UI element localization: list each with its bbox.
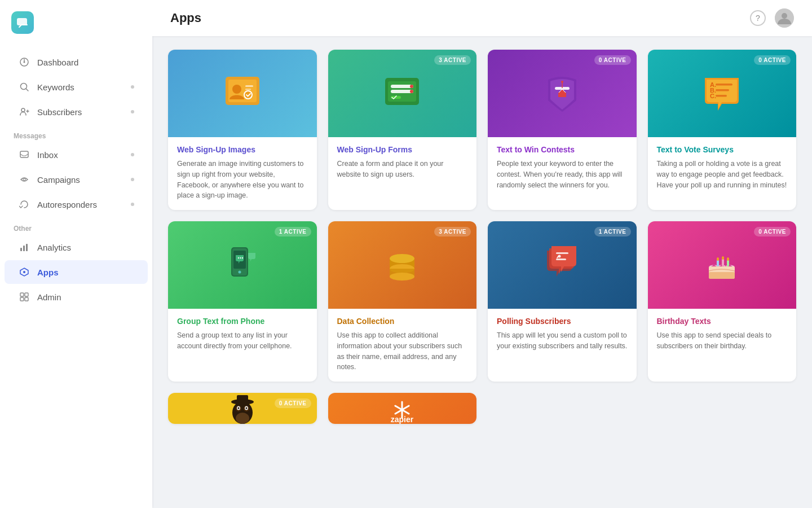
app-card-body: Text to Vote Surveys Taking a poll or ho… (648, 137, 797, 199)
logo-icon (11, 11, 34, 34)
keywords-dot (131, 85, 134, 89)
header: Apps ? (152, 0, 812, 36)
svg-point-32 (561, 81, 563, 83)
svg-point-61 (717, 257, 719, 261)
other-section-label: Other (0, 217, 152, 235)
app-card-title: Polling Subscribers (497, 317, 628, 326)
sidebar-item-inbox[interactable]: Inbox (5, 143, 148, 167)
svg-text:zapier: zapier (391, 415, 414, 424)
svg-rect-54 (556, 259, 566, 260)
svg-rect-38 (716, 95, 727, 97)
sidebar-item-admin[interactable]: Admin (5, 285, 148, 309)
svg-point-6 (23, 178, 25, 181)
app-card-title: Text to Win Contests (497, 145, 628, 154)
app-card-image: zapier (328, 393, 477, 424)
sidebar-item-campaigns[interactable]: Campaigns (5, 168, 148, 191)
svg-rect-56 (709, 272, 735, 279)
sidebar-item-apps[interactable]: Apps (5, 260, 148, 284)
keywords-icon (18, 81, 30, 93)
app-card-title: Data Collection (337, 317, 468, 326)
app-card-text-to-win[interactable]: 0 ACTIVE Text to Wi (488, 50, 637, 210)
app-card-badge: 3 ACTIVE (434, 55, 471, 65)
svg-rect-59 (722, 259, 724, 266)
app-card-group-text[interactable]: 1 ACTIVE (168, 221, 317, 382)
svg-point-16 (782, 13, 787, 19)
app-card-image: 1 ACTIVE (168, 221, 317, 309)
app-card-badge: 0 ACTIVE (275, 398, 311, 408)
svg-rect-5 (20, 151, 28, 157)
app-card-title: Web Sign-Up Forms (337, 145, 468, 154)
app-card-web-signup-images[interactable]: Web Sign-Up Images Generate an image inv… (168, 50, 317, 210)
app-card-desc: This app will let you send a custom poll… (497, 330, 628, 352)
app-card-body: Group Text from Phone Send a group text … (168, 309, 317, 361)
sidebar-item-autoresponders[interactable]: Autoresponders (5, 192, 148, 216)
svg-rect-73 (237, 395, 248, 402)
svg-rect-13 (20, 297, 24, 301)
app-card-badge: 1 ACTIVE (275, 227, 311, 237)
app-card-body: Polling Subscribers This app will let yo… (488, 309, 637, 361)
app-card-body: Birthday Texts Use this app to send spec… (648, 309, 797, 361)
autoresponders-label: Autoresponders (37, 200, 97, 209)
app-card-data-collection[interactable]: 3 ACTIVE Data Collection (328, 221, 477, 382)
app-card-title: Web Sign-Up Images (177, 145, 308, 154)
sidebar-item-analytics[interactable]: Analytics (5, 235, 148, 259)
analytics-icon (18, 241, 30, 253)
svg-point-45 (242, 257, 243, 258)
subscribers-dot (131, 110, 134, 113)
app-card-badge: 0 ACTIVE (594, 55, 631, 65)
app-card-image: 0 ACTIVE A. B. C. (648, 50, 797, 137)
svg-point-28 (410, 90, 413, 93)
autoresponders-icon (18, 198, 30, 211)
app-card-birthday[interactable]: 0 ACTIVE (648, 221, 797, 382)
app-card-badge: 0 ACTIVE (754, 55, 791, 65)
svg-text:C.: C. (710, 93, 716, 99)
svg-rect-7 (20, 248, 22, 251)
app-card-chimp[interactable]: 0 ACTIVE (168, 393, 317, 424)
app-card-polling[interactable]: 1 ACTIVE (488, 221, 637, 382)
app-card-image (168, 50, 317, 137)
app-card-text-to-vote[interactable]: 0 ACTIVE A. B. C. (648, 50, 797, 210)
app-card-desc: Generate an image inviting customers to … (177, 159, 308, 201)
app-card-image: 3 ACTIVE (328, 50, 477, 137)
campaigns-dot (131, 178, 134, 181)
svg-point-70 (237, 408, 239, 409)
svg-rect-11 (20, 293, 24, 296)
app-card-desc: Taking a poll or holding a vote is a gre… (657, 159, 788, 190)
app-card-web-signup-forms[interactable]: 3 ACTIVE (328, 50, 477, 210)
dashboard-label: Dashboard (37, 58, 78, 67)
svg-point-10 (23, 271, 25, 273)
apps-icon (18, 266, 30, 278)
help-button[interactable]: ? (750, 10, 766, 26)
app-card-desc: People text your keyword to enter the co… (497, 159, 628, 190)
header-actions: ? (750, 8, 794, 28)
analytics-label: Analytics (37, 243, 71, 252)
app-card-badge: 0 ACTIVE (754, 227, 791, 237)
svg-rect-21 (245, 89, 251, 90)
svg-point-42 (238, 270, 241, 273)
app-card-body: Text to Win Contests People text your ke… (488, 137, 637, 199)
svg-point-63 (727, 257, 729, 261)
app-card-body: Data Collection Use this app to collect … (328, 309, 477, 382)
app-card-image: 0 ACTIVE (648, 221, 797, 309)
dashboard-icon (18, 56, 30, 68)
avatar[interactable] (775, 8, 794, 28)
sidebar-item-subscribers[interactable]: Subscribers (5, 100, 148, 124)
svg-point-62 (722, 256, 724, 260)
app-card-desc: Use this app to send special deals to su… (657, 330, 788, 352)
svg-point-22 (244, 91, 252, 99)
apps-content: Web Sign-Up Images Generate an image inv… (152, 36, 812, 508)
autoresponders-dot (131, 203, 134, 206)
svg-rect-20 (245, 85, 253, 87)
svg-rect-14 (25, 297, 28, 301)
subscribers-icon (18, 106, 30, 118)
app-card-desc: Send a group text to any list in your ac… (177, 330, 308, 352)
sidebar-item-keywords[interactable]: Keywords (5, 75, 148, 99)
app-card-zapier[interactable]: zapier (328, 393, 477, 424)
svg-point-44 (240, 257, 241, 258)
app-card-image: 0 ACTIVE (488, 50, 637, 137)
svg-rect-8 (23, 246, 25, 251)
svg-rect-36 (716, 89, 729, 91)
sidebar-item-dashboard[interactable]: Dashboard (5, 50, 148, 74)
inbox-label: Inbox (37, 150, 58, 160)
app-card-title: Birthday Texts (657, 317, 788, 326)
